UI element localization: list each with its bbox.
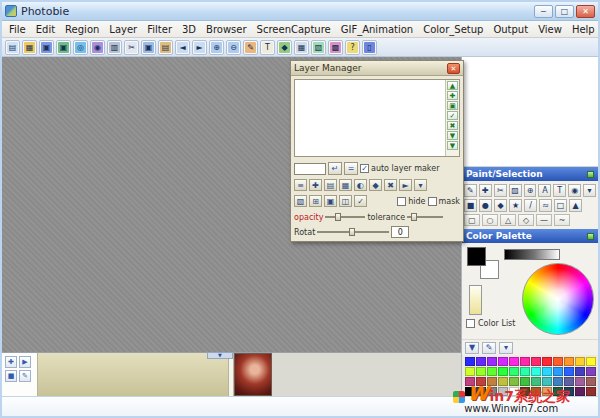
- layer-confirm-icon[interactable]: ✓: [354, 195, 367, 207]
- palette-color[interactable]: [487, 357, 497, 366]
- palette-color[interactable]: [509, 367, 519, 376]
- redo-icon[interactable]: ►: [192, 40, 207, 55]
- layer-manager-titlebar[interactable]: Layer Manager ✕: [291, 61, 463, 76]
- layer-top-icon[interactable]: ▲: [447, 81, 458, 90]
- menu-item[interactable]: Browser: [201, 23, 252, 36]
- pencil-icon[interactable]: ✎: [464, 184, 477, 197]
- palette-color[interactable]: [520, 367, 530, 376]
- layer-pattern-icon[interactable]: ▧: [294, 195, 307, 207]
- wave-tool-icon[interactable]: ≈: [539, 199, 552, 212]
- open-icon[interactable]: ▦: [22, 40, 37, 55]
- menu-item[interactable]: Output: [488, 23, 533, 36]
- strip-play-icon[interactable]: ▶: [19, 356, 31, 368]
- palette-color[interactable]: [553, 367, 563, 376]
- shape-triangle-icon[interactable]: △: [500, 214, 516, 226]
- rotate-slider[interactable]: [317, 227, 389, 237]
- palette-color[interactable]: [487, 367, 497, 376]
- opacity-slider[interactable]: [325, 212, 365, 222]
- palette-color[interactable]: [520, 357, 530, 366]
- palette-open-icon[interactable]: ▼: [465, 342, 479, 354]
- shape-ellipse-icon[interactable]: ○: [482, 214, 498, 226]
- auto-layer-checkbox[interactable]: ✓: [360, 164, 369, 173]
- menu-item[interactable]: GIF_Animation: [336, 23, 418, 36]
- zoom-in-icon[interactable]: ⊕: [209, 40, 224, 55]
- browser-icon[interactable]: ◎: [73, 40, 88, 55]
- copy-icon[interactable]: ▣: [141, 40, 156, 55]
- magnifier-icon[interactable]: ⊕: [524, 184, 537, 197]
- layer-export-icon[interactable]: ►: [399, 179, 412, 191]
- fill-diamond-icon[interactable]: ◆: [494, 199, 507, 212]
- palette-color[interactable]: [531, 367, 541, 376]
- brush-icon[interactable]: ✎: [243, 40, 258, 55]
- minimize-button[interactable]: ─: [534, 5, 553, 18]
- layer-grid-icon[interactable]: ⊞: [309, 195, 322, 207]
- palette-color[interactable]: [465, 367, 475, 376]
- layer-new-icon[interactable]: ✚: [309, 179, 322, 191]
- strip-track[interactable]: [38, 353, 228, 396]
- opacity-slider-thumb[interactable]: [335, 213, 341, 221]
- gif-animation-icon[interactable]: ▩: [328, 40, 343, 55]
- eraser-icon[interactable]: ▨: [509, 184, 522, 197]
- shape-curve-icon[interactable]: ~: [554, 214, 570, 226]
- filmstrip-icon[interactable]: ▯: [362, 40, 377, 55]
- rect-select-icon[interactable]: □: [554, 199, 567, 212]
- layer-remove-icon[interactable]: ✖: [384, 179, 397, 191]
- palette-color[interactable]: [575, 377, 585, 386]
- panel-pin-icon[interactable]: [587, 171, 594, 178]
- layer-list-body[interactable]: [295, 80, 445, 156]
- menu-item[interactable]: Color_Setup: [418, 23, 488, 36]
- layers-icon[interactable]: ▧: [311, 40, 326, 55]
- menu-item[interactable]: File: [4, 23, 31, 36]
- layer-blend-icon[interactable]: ◐: [354, 179, 367, 191]
- photo-thumbnail[interactable]: [234, 353, 272, 396]
- palette-color[interactable]: [476, 357, 486, 366]
- save-icon[interactable]: ▣: [39, 40, 54, 55]
- layer-flatten-icon[interactable]: ▣: [324, 195, 337, 207]
- menu-item[interactable]: 3D: [177, 23, 201, 36]
- layer-effect-icon[interactable]: ◆: [369, 179, 382, 191]
- grid-icon[interactable]: ▦: [294, 40, 309, 55]
- new-icon[interactable]: ▤: [5, 40, 20, 55]
- layer-group-icon[interactable]: ◫: [339, 195, 352, 207]
- fill-square-icon[interactable]: ■: [464, 199, 477, 212]
- layer-copy-icon[interactable]: ▣: [447, 101, 458, 110]
- palette-color[interactable]: [586, 357, 596, 366]
- palette-color[interactable]: [542, 357, 552, 366]
- palette-color[interactable]: [586, 377, 596, 386]
- triangle-tool-icon[interactable]: ▲: [569, 199, 582, 212]
- palette-color[interactable]: [586, 387, 596, 396]
- eyedropper-icon[interactable]: ◉: [568, 184, 581, 197]
- cut-icon[interactable]: ✂: [124, 40, 139, 55]
- tolerance-slider[interactable]: [407, 212, 443, 222]
- undo-icon[interactable]: ◄: [175, 40, 190, 55]
- layer-stack-icon[interactable]: ▤: [324, 179, 337, 191]
- shade-gradient-bar[interactable]: [504, 249, 560, 260]
- layer-list[interactable]: ▲✚▣✓✖▼▼: [294, 79, 460, 157]
- close-button[interactable]: ✕: [576, 5, 595, 18]
- layer-apply-icon[interactable]: ✓: [447, 111, 458, 120]
- rotate-value[interactable]: 0: [391, 226, 409, 238]
- menu-item[interactable]: Region: [60, 23, 104, 36]
- layer-manager-close-button[interactable]: ✕: [447, 63, 460, 74]
- rotate-slider-thumb[interactable]: [349, 228, 355, 236]
- mask-checkbox[interactable]: [428, 197, 437, 206]
- maximize-button[interactable]: □: [555, 5, 574, 18]
- menu-item[interactable]: Help: [567, 23, 600, 36]
- palette-color[interactable]: [564, 357, 574, 366]
- select-a-icon[interactable]: A: [538, 184, 551, 197]
- layer-add-icon[interactable]: ✚: [447, 91, 458, 100]
- shape-tool-icon[interactable]: ◆: [277, 40, 292, 55]
- panel-pin-icon[interactable]: [587, 233, 594, 240]
- palette-color[interactable]: [476, 367, 486, 376]
- palette-color[interactable]: [465, 357, 475, 366]
- palette-brush-icon[interactable]: ✎: [482, 342, 496, 354]
- palette-color[interactable]: [498, 357, 508, 366]
- scissors-icon[interactable]: ✂: [494, 184, 507, 197]
- strip-edit-icon[interactable]: ✎: [19, 370, 31, 382]
- palette-color[interactable]: [498, 367, 508, 376]
- layer-align-icon[interactable]: ≡: [294, 179, 307, 191]
- foreground-color-swatch[interactable]: [467, 247, 486, 266]
- paste-icon[interactable]: ▤: [158, 40, 173, 55]
- palette-color[interactable]: [531, 357, 541, 366]
- strip-add-icon[interactable]: ✚: [5, 356, 17, 368]
